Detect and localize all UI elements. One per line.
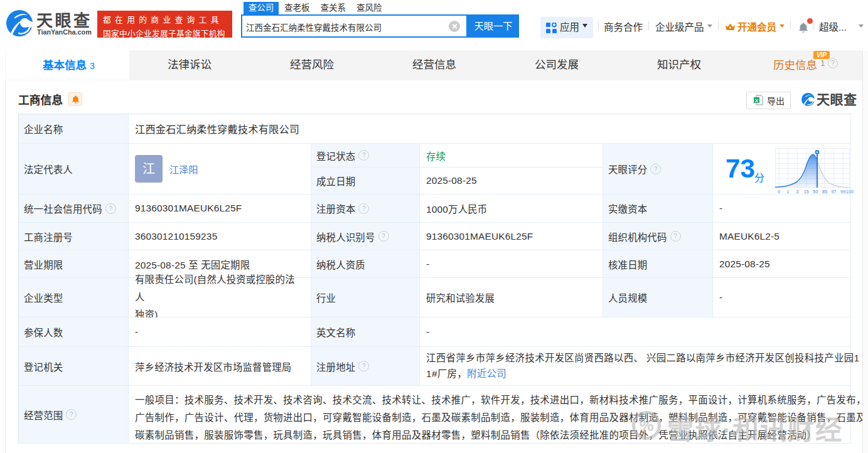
svg-text:99: 99 bbox=[840, 189, 845, 194]
svg-text:0: 0 bbox=[778, 189, 780, 194]
svg-text:3: 3 bbox=[796, 189, 798, 194]
svg-text:50: 50 bbox=[813, 189, 818, 194]
svg-text:X: X bbox=[755, 98, 759, 104]
svg-text:1: 1 bbox=[787, 189, 790, 194]
svg-text:97: 97 bbox=[832, 189, 837, 194]
svg-text:100: 100 bbox=[846, 189, 854, 194]
svg-text:15: 15 bbox=[804, 189, 809, 194]
svg-text:85: 85 bbox=[822, 189, 827, 194]
